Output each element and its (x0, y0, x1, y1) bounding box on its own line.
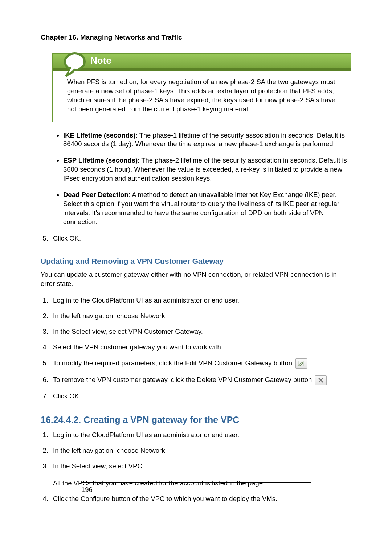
heading-vpc-gateway: 16.24.4.2. Creating a VPN gateway for th… (41, 414, 351, 426)
note-title: Note (53, 54, 351, 71)
update-steps: Log in to the CloudPlatform UI as an adm… (41, 296, 351, 401)
step-7: Click OK. (50, 392, 351, 401)
intro-text: You can update a customer gateway either… (41, 270, 351, 288)
chapter-header: Chapter 16. Managing Networks and Traffi… (41, 33, 351, 45)
term-ike: IKE Lifetime (seconds) (63, 131, 135, 139)
delete-icon[interactable] (315, 375, 327, 385)
footer-rule (81, 482, 311, 483)
step-4: Click the Configure button of the VPC to… (50, 495, 351, 504)
note-callout: Note When PFS is turned on, for every ne… (52, 53, 351, 122)
subheading-updating: Updating and Removing a VPN Customer Gat… (41, 256, 351, 266)
parameter-list: IKE Lifetime (seconds): The phase-1 life… (41, 131, 351, 227)
list-item: ESP Lifetime (seconds): The phase-2 life… (63, 156, 351, 183)
term-esp: ESP Lifetime (seconds) (63, 156, 138, 164)
note-body: When PFS is turned on, for every negotia… (53, 71, 351, 122)
step-text: To modify the required parameters, click… (53, 359, 292, 367)
step-3: In the Select view, select VPN Customer … (50, 327, 351, 336)
step-text: To remove the VPN customer gateway, clic… (53, 376, 312, 383)
step-1: Log in to the CloudPlatform UI as an adm… (50, 296, 351, 305)
speech-bubble-icon (63, 52, 87, 77)
svg-rect-2 (299, 361, 304, 366)
step-6: To remove the VPN customer gateway, clic… (50, 375, 351, 385)
page-content: Chapter 16. Managing Networks and Traffi… (41, 33, 351, 521)
edit-icon[interactable] (295, 358, 307, 369)
svg-point-1 (67, 55, 83, 68)
step-text: In the Select view, select VPC. (53, 462, 144, 470)
step-2: In the left navigation, choose Network. (50, 312, 351, 321)
page-number: 196 (81, 485, 311, 495)
term-dpd: Dead Peer Detection (63, 191, 128, 198)
list-item: Dead Peer Detection: A method to detect … (63, 190, 351, 227)
page-footer: 196 (81, 482, 311, 495)
step-5: Click OK. (50, 234, 351, 243)
steps-continued: Click OK. (41, 234, 351, 243)
step-2: In the left navigation, choose Network. (50, 446, 351, 455)
step-1: Log in to the CloudPlatform UI as an adm… (50, 431, 351, 440)
list-item: IKE Lifetime (seconds): The phase-1 life… (63, 131, 351, 149)
step-5: To modify the required parameters, click… (50, 358, 351, 369)
step-4: Select the VPN customer gateway you want… (50, 343, 351, 352)
